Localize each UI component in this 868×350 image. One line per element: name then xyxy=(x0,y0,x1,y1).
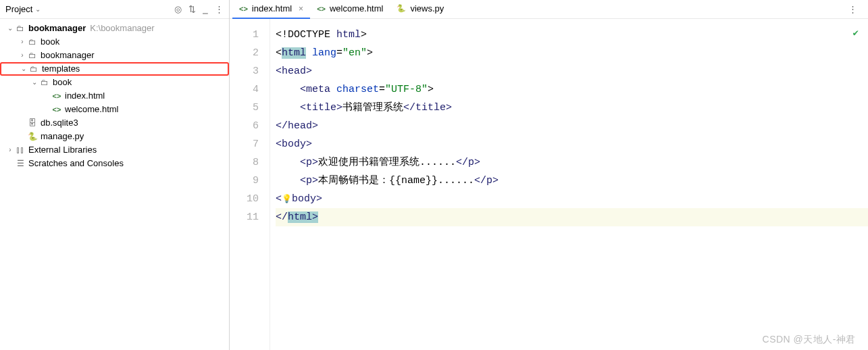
tree-arrow-icon[interactable]: › xyxy=(5,143,15,157)
tree-arrow-icon[interactable]: › xyxy=(18,35,27,49)
tree-item-db-sqlite3[interactable]: 🗄db.sqlite3 xyxy=(0,116,229,130)
tree-item-book[interactable]: ⌄🗀book xyxy=(0,76,229,89)
tab-label: welcome.html xyxy=(330,3,383,14)
expand-icon[interactable]: ⇅ xyxy=(188,4,196,14)
tree-arrow-icon[interactable]: › xyxy=(18,49,27,62)
more-icon[interactable]: ⋮ xyxy=(215,4,224,14)
tree-item-index-html[interactable]: index.html xyxy=(0,89,229,103)
sidebar-title[interactable]: Project xyxy=(5,4,32,14)
line-number[interactable]: 3 xyxy=(230,62,259,80)
watermark: CSDN @天地人-神君 xyxy=(763,334,856,346)
tree-item-bookmanager[interactable]: ›🗀bookmanager xyxy=(0,49,229,62)
line-number[interactable]: 2 xyxy=(230,44,259,62)
sidebar-header: Project ⌄ ◎ ⇅ ⎯ ⋮ xyxy=(0,0,229,19)
tab-views-py[interactable]: 🐍views.py xyxy=(390,0,451,19)
folder-icon: 🗀 xyxy=(28,64,39,74)
editor-area: index.html×welcome.html🐍views.py ⋮ 12345… xyxy=(230,0,868,350)
locate-icon[interactable]: ◎ xyxy=(174,4,182,14)
database-icon: 🗄 xyxy=(27,118,38,128)
tabs-bar: index.html×welcome.html🐍views.py ⋮ xyxy=(230,0,868,19)
close-icon[interactable]: × xyxy=(299,4,303,14)
tree-label: index.html xyxy=(65,89,105,103)
tree-item-manage-py[interactable]: 🐍manage.py xyxy=(0,130,229,143)
hide-icon[interactable]: ⎯ xyxy=(203,4,208,14)
line-number[interactable]: 6 xyxy=(230,117,259,135)
tree-label: welcome.html xyxy=(65,103,118,116)
library-icon: ⫿⫿ xyxy=(15,145,26,155)
folder-icon: 🗀 xyxy=(27,50,38,61)
folder-icon: 🗀 xyxy=(39,77,50,88)
project-sidebar: Project ⌄ ◎ ⇅ ⎯ ⋮ ⌄🗀bookmanagerK:\bookma… xyxy=(0,0,230,350)
tab-welcome-html[interactable]: welcome.html xyxy=(310,0,390,19)
chevron-down-icon[interactable]: ⌄ xyxy=(35,5,41,13)
folder-icon: 🗀 xyxy=(27,36,38,47)
html-file-icon xyxy=(51,91,62,101)
code-body[interactable]: ✔ <!DOCTYPE html> <html lang="en"> <head… xyxy=(270,19,868,350)
line-number[interactable]: 4 xyxy=(230,80,259,99)
html-file-icon xyxy=(51,104,62,115)
tab-index-html[interactable]: index.html× xyxy=(232,0,310,19)
line-number[interactable]: 1 xyxy=(230,26,259,44)
tree-path: K:\bookmanager xyxy=(90,22,154,35)
tree-label: Scratches and Consoles xyxy=(28,157,124,170)
tree-label: External Libraries xyxy=(28,143,97,157)
tree-item-external-libraries[interactable]: ›⫿⫿External Libraries xyxy=(0,143,229,157)
tree-label: bookmanager xyxy=(41,49,95,62)
tree-item-scratches-and-consoles[interactable]: ☰Scratches and Consoles xyxy=(0,157,229,170)
intention-bulb-icon[interactable]: 💡 xyxy=(282,195,292,204)
line-number[interactable]: 8 xyxy=(230,153,259,172)
tree-arrow-icon[interactable]: ⌄ xyxy=(5,22,15,35)
folder-icon: 🗀 xyxy=(15,23,26,34)
tab-label: views.py xyxy=(410,3,444,14)
tree-label: book xyxy=(53,76,72,89)
gutter: 1234567891011 xyxy=(230,19,270,350)
line-number[interactable]: 5 xyxy=(230,99,259,117)
tabs-more-icon[interactable]: ⋮ xyxy=(842,4,865,14)
code-editor[interactable]: 1234567891011 ✔ <!DOCTYPE html> <html la… xyxy=(230,19,868,350)
sidebar-toolbar: ◎ ⇅ ⎯ ⋮ xyxy=(174,4,224,14)
line-number[interactable]: 10 xyxy=(230,190,259,208)
line-number[interactable]: 9 xyxy=(230,172,259,190)
tree-arrow-icon[interactable]: ⌄ xyxy=(30,76,39,89)
tree-arrow-icon[interactable]: ⌄ xyxy=(19,62,28,76)
html-file-icon xyxy=(239,5,248,13)
python-file-icon: 🐍 xyxy=(27,131,38,142)
line-number[interactable]: 7 xyxy=(230,135,259,153)
tree-label: manage.py xyxy=(41,130,84,143)
tree-label: db.sqlite3 xyxy=(41,116,78,130)
tree-item-bookmanager[interactable]: ⌄🗀bookmanagerK:\bookmanager xyxy=(0,22,229,35)
python-file-icon: 🐍 xyxy=(397,4,406,13)
tree-item-book[interactable]: ›🗀book xyxy=(0,35,229,49)
tree-item-welcome-html[interactable]: welcome.html xyxy=(0,103,229,116)
project-tree: ⌄🗀bookmanagerK:\bookmanager›🗀book›🗀bookm… xyxy=(0,19,229,173)
tree-label: book xyxy=(41,35,59,49)
tree-label: bookmanager xyxy=(28,22,86,35)
scratches-icon: ☰ xyxy=(15,158,26,169)
tab-label: index.html xyxy=(252,3,292,14)
line-number[interactable]: 11 xyxy=(230,208,259,226)
tree-label: templates xyxy=(42,62,80,76)
tree-item-templates[interactable]: ⌄🗀templates xyxy=(0,62,229,76)
html-file-icon xyxy=(317,5,326,13)
